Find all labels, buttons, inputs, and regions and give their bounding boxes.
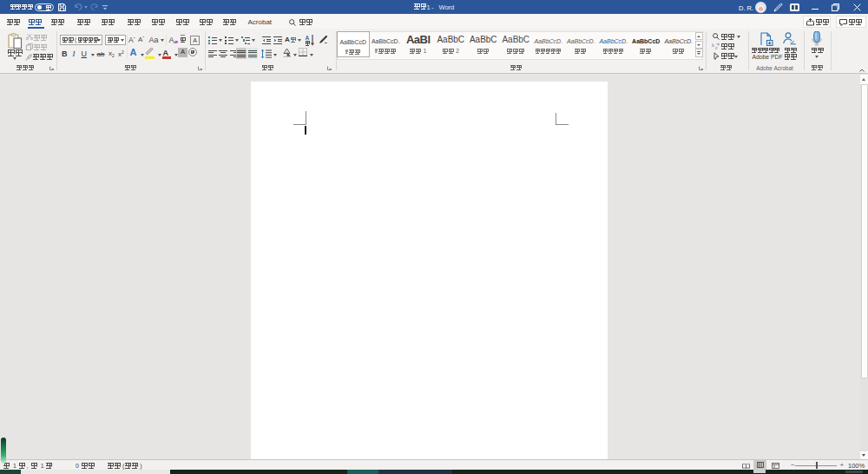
- svg-text:b: b: [712, 43, 714, 48]
- svg-text:c: c: [715, 45, 718, 50]
